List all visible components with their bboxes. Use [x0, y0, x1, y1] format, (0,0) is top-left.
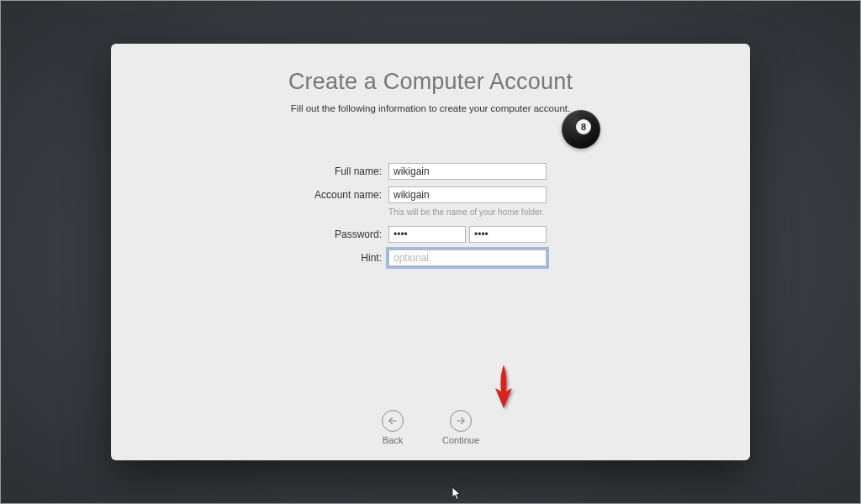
- setup-panel: Create a Computer Account Fill out the f…: [111, 44, 750, 460]
- hint-input[interactable]: [388, 249, 547, 266]
- page-subtitle: Fill out the following information to cr…: [145, 103, 716, 113]
- password-verify-input[interactable]: [469, 226, 547, 243]
- hint-label: Hint:: [145, 252, 388, 264]
- back-label: Back: [383, 435, 403, 445]
- desktop-background: Create a Computer Account Fill out the f…: [0, 0, 861, 504]
- full-name-label: Full name:: [145, 165, 388, 177]
- password-input[interactable]: [388, 226, 466, 243]
- continue-label: Continue: [442, 435, 479, 445]
- back-button[interactable]: Back: [382, 410, 404, 445]
- full-name-input[interactable]: [388, 163, 547, 180]
- password-label: Password:: [145, 228, 388, 240]
- account-name-label: Account name:: [145, 189, 388, 201]
- eight-ball-icon: 8: [576, 119, 591, 134]
- continue-button[interactable]: Continue: [442, 410, 479, 445]
- annotation-arrow-icon: [489, 363, 518, 410]
- page-title: Create a Computer Account: [145, 69, 716, 95]
- mouse-cursor-icon: [452, 487, 462, 501]
- account-name-helper: This will be the name of your home folde…: [388, 207, 716, 217]
- account-name-input[interactable]: [388, 186, 547, 203]
- avatar-picker[interactable]: 8: [562, 110, 600, 149]
- account-form: 8 Full name: Account name: This will be …: [145, 113, 716, 267]
- footer-nav: Back Continue: [145, 410, 716, 449]
- arrow-right-icon: [450, 410, 472, 432]
- arrow-left-icon: [382, 410, 404, 432]
